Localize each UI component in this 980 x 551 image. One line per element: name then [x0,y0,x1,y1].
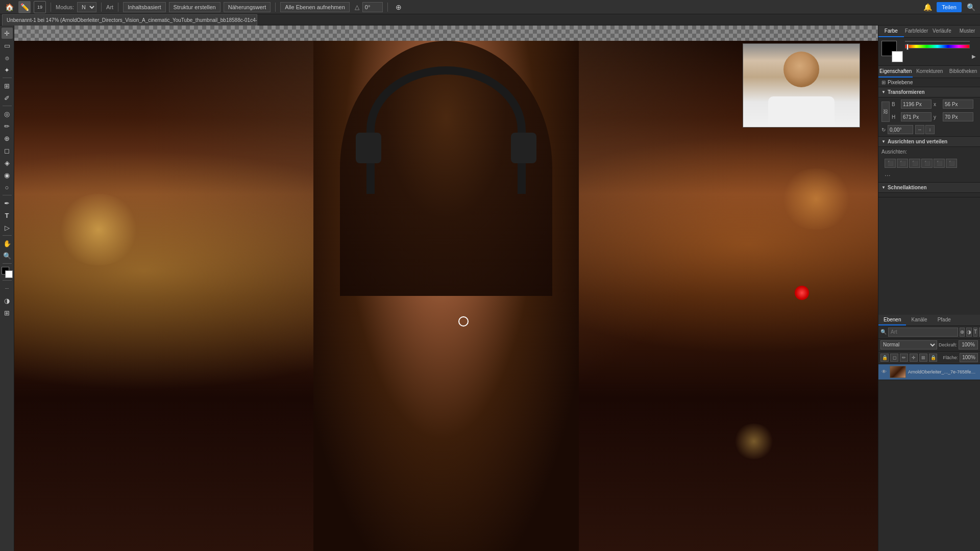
chain-icon[interactable]: ⛓ [881,102,890,122]
eyedropper-tool[interactable]: ✐ [2,92,13,104]
magic-select-tool[interactable]: ✦ [2,64,13,76]
b-input[interactable] [901,99,932,109]
layer-visibility-1[interactable]: 👁 [880,368,888,375]
person-shirt [768,96,835,127]
align-center-v-btn[interactable]: ⬛ [934,159,945,168]
tool-sep-6 [3,280,12,281]
new-adjustment-btn[interactable]: ◑ [966,328,972,337]
tool-sep-2 [3,106,12,106]
layers-tab-ebenen[interactable]: Ebenen [878,315,906,325]
align-center-h-btn[interactable]: ⬛ [897,159,908,168]
document-tab[interactable]: Unbenannt-1 bei 147% (ArnoldOberleiter_D… [2,14,257,26]
layers-tab-pfade[interactable]: Pfade [933,315,956,325]
background-color[interactable] [5,270,13,278]
color-panel-expand-icon[interactable]: ▶ [972,41,977,59]
flip-vertical-btn[interactable]: ↕ [925,125,935,134]
lock-pos-btn[interactable]: ✛ [910,354,918,362]
angle-input[interactable] [362,2,383,12]
notification-icon-btn[interactable]: 🔔 [921,1,934,13]
layers-tab-kanale[interactable]: Kanäle [906,315,932,325]
new-artboard-btn[interactable]: T [973,328,977,337]
dodge-tool[interactable]: ○ [2,182,13,193]
blend-mode-select[interactable]: Normal Multiplizieren Abblenden [880,340,937,349]
layers-search-input[interactable] [888,328,958,337]
fg-bg-colors[interactable] [2,267,13,278]
color-hue-bar[interactable] [905,44,970,48]
opacity-label: Deckraft: [939,342,957,347]
mode-dropdown[interactable]: N [77,2,96,12]
transformieren-chevron: ▼ [881,90,886,94]
alle-ebenen-btn[interactable]: Alle Ebenen aufnehmen [280,2,349,12]
separator-1 [51,3,51,12]
schnellaktionen-content [878,193,980,197]
align-top-btn[interactable]: ⬛ [921,159,933,168]
opacity-input[interactable] [959,340,978,349]
lock-artboard-btn[interactable]: ⊞ [919,354,927,362]
zoom-tool[interactable]: 🔍 [2,250,13,261]
b-label: B [892,102,899,107]
color-gradient-box[interactable] [905,41,970,42]
layers-toolbar: 🔍 ⊕ ◑ T ⊞ 🔒 ▶ [878,326,980,339]
text-tool[interactable]: T [2,210,13,221]
tab-farbe[interactable]: Farbe [878,26,904,37]
share-btn[interactable]: Teilen [937,2,962,12]
eraser-tool[interactable]: ◻ [2,145,13,156]
rotation-input[interactable] [888,125,913,134]
inhaltsbasiert-btn[interactable]: Inhaltsbasiert [123,2,165,12]
schnellaktionen-header[interactable]: ▼ Schnellaktionen [878,183,980,193]
bx-row: ⛓ B x H y [881,99,977,123]
background-swatch[interactable] [892,51,903,62]
tab-verlaufe[interactable]: Verläufe [929,26,955,37]
stamp-tool-btn[interactable]: ⊕ [393,1,405,13]
tab-korrekturen[interactable]: Korrekturen [913,66,946,78]
align-more-btn[interactable]: ··· [881,170,977,180]
x-input[interactable] [943,99,973,109]
fill-input[interactable] [960,353,978,362]
y-input[interactable] [943,112,973,121]
lock-transparent-btn[interactable]: ◻ [890,354,898,362]
lock-icon[interactable]: 🔒 [929,354,937,362]
tool-number-btn[interactable]: 19 [34,1,46,13]
struktur-erstellen-btn[interactable]: Struktur erstellen [169,2,220,12]
move-tool[interactable]: ✛ [2,28,13,39]
lasso-tool[interactable]: ⌾ [2,52,13,63]
layer-item-1[interactable]: 👁 ArnoldOberleiter_..._7e-7658fe030679 [878,364,980,380]
pixelebene-label: Pixelebene [888,80,913,85]
brush-tool-icon-btn[interactable]: ✏️ [18,1,31,13]
h-input[interactable] [901,112,932,121]
lock-all-btn[interactable]: 🔒 [880,354,889,362]
pen-tool[interactable]: ✒ [2,197,13,209]
flip-buttons: ↔ ↕ [915,125,935,134]
red-dot-light [795,286,809,300]
art-label: Art [106,4,113,10]
shape-tool[interactable]: ▷ [2,222,13,233]
tab-muster[interactable]: Muster [954,26,980,37]
home-icon-btn[interactable]: 🏠 [3,1,15,13]
frame-tool[interactable]: ⊞ [2,307,13,318]
gradient-tool[interactable]: ◈ [2,157,13,168]
blur-tool[interactable]: ◉ [2,169,13,181]
search-icon-btn[interactable]: 🔍 [965,1,977,13]
align-bottom-btn[interactable]: ⬛ [946,159,957,168]
align-right-btn[interactable]: ⬛ [909,159,920,168]
ausrichten-header[interactable]: ▼ Ausrichten und verteilen [878,137,980,147]
crop-tool[interactable]: ⊞ [2,80,13,91]
tab-farbfelder[interactable]: Farbfelder [904,26,929,37]
clone-stamp-tool[interactable]: ⊕ [2,133,13,144]
canvas-container[interactable] [14,26,878,551]
naherungswert-btn[interactable]: Näherungswert [224,2,271,12]
mask-tool[interactable]: ◑ [2,295,13,306]
flip-horizontal-btn[interactable]: ↔ [915,125,924,134]
spot-heal-tool[interactable]: ◎ [2,108,13,119]
color-hue-handle[interactable] [906,44,909,50]
transformieren-header[interactable]: ▼ Transformieren [878,87,980,97]
brush-tool[interactable]: ✏ [2,120,13,132]
align-left-btn[interactable]: ⬛ [885,159,896,168]
select-tool[interactable]: ▭ [2,40,13,51]
hand-tool[interactable]: ✋ [2,238,13,249]
extra-tool-1[interactable]: ··· [2,283,13,294]
new-group-btn[interactable]: ⊕ [960,328,965,337]
tab-bibliotheken[interactable]: Bibliotheken [946,66,980,78]
lock-image-btn[interactable]: ✏ [900,354,908,362]
tab-eigenschaften[interactable]: Eigenschaften [878,66,913,78]
